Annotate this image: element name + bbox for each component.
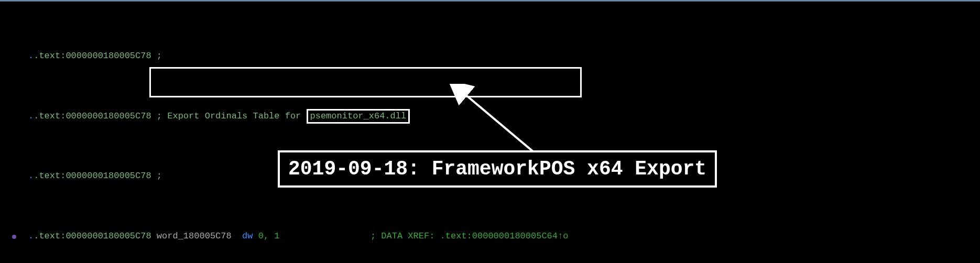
disasm-line: ..text:0000000180005C78 ; Export Ordinal… xyxy=(0,111,980,123)
breakpoint-dot[interactable] xyxy=(12,235,16,239)
segment-name: . xyxy=(28,51,34,61)
highlight-dll-name: psemonitor_x64.dll xyxy=(307,109,410,124)
symbol-label: word_180005C78 xyxy=(157,231,232,241)
xref[interactable]: ; DATA XREF: .text:0000000180005C64↑o xyxy=(371,231,568,241)
disasm-line: ..text:0000000180005C78 word_180005C78 d… xyxy=(0,231,980,243)
disassembly-view[interactable]: ..text:0000000180005C78 ; ..text:0000000… xyxy=(0,0,980,263)
window-top-border xyxy=(0,0,980,2)
annotation-label: 2019-09-18: FrameworkPOS x64 Export xyxy=(278,150,717,188)
disasm-line: ..text:0000000180005C78 ; xyxy=(0,50,980,62)
